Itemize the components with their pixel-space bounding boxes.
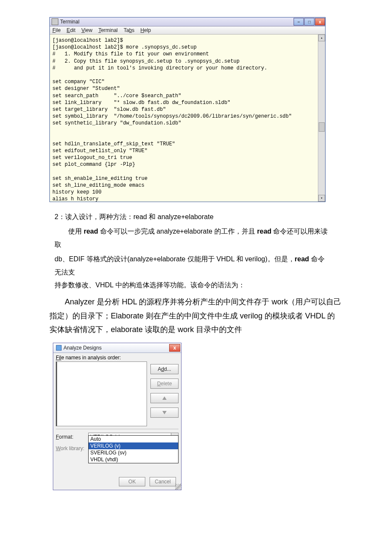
doc-heading: 2：读入设计，两种方法：read 和 analyze+elaborate: [55, 211, 331, 223]
add-button[interactable]: Add...: [150, 364, 179, 374]
terminal-window: Terminal – □ x File Edit View Terminal T…: [49, 17, 326, 202]
scroll-down-icon[interactable]: ▾: [318, 195, 325, 202]
dialog-close-button[interactable]: x: [169, 344, 180, 352]
maximize-button[interactable]: □: [304, 18, 314, 26]
terminal-body[interactable]: [jason@localhost lab2]$ [jason@localhost…: [50, 35, 325, 202]
minimize-button[interactable]: –: [294, 18, 304, 26]
doc-p4: Analyzer 是分析 HDL 的源程序并将分析产生的中间文件存于 work（…: [49, 295, 343, 336]
arrow-down-icon: [162, 410, 167, 415]
file-order-label: File names in analysis order:: [56, 355, 179, 361]
analyze-designs-dialog: Analyze Designs x File names in analysis…: [53, 343, 182, 490]
doc-p3: 持参数修改、VHDL 中的构造体选择等功能。该命令的语法为：: [55, 279, 331, 292]
ok-button[interactable]: OK: [119, 477, 145, 486]
format-dropdown[interactable]: Auto VERILOG (v) SVERILOG (sv) VHDL (vhd…: [88, 435, 179, 463]
move-down-button[interactable]: [150, 408, 179, 418]
worklib-label: Work library:: [56, 445, 88, 451]
terminal-output: [jason@localhost lab2]$ [jason@localhost…: [52, 37, 323, 202]
menu-view[interactable]: View: [81, 27, 92, 33]
dialog-title: Analyze Designs: [63, 345, 101, 351]
terminal-title: Terminal: [60, 19, 79, 25]
svg-marker-2: [162, 411, 167, 414]
resize-grip-icon[interactable]: [175, 484, 181, 490]
close-button[interactable]: x: [315, 18, 325, 26]
terminal-menubar: File Edit View Terminal Tabs Help: [50, 26, 325, 35]
arrow-up-icon: [162, 396, 167, 400]
terminal-scrollbar[interactable]: ▴ ▾: [318, 35, 325, 202]
option-vhdl[interactable]: VHDL (vhdl): [89, 456, 178, 463]
format-label: Format:: [56, 434, 88, 440]
dialog-app-icon: [56, 345, 62, 351]
option-sverilog[interactable]: SVERILOG (sv): [89, 449, 178, 456]
doc-p1: 使用 read 命令可以一步完成 analyze+elaborate 的工作，并…: [55, 225, 331, 251]
delete-button[interactable]: Delete: [150, 379, 179, 389]
scroll-thumb[interactable]: [319, 122, 325, 132]
option-verilog[interactable]: VERILOG (v): [89, 442, 178, 449]
file-list[interactable]: [56, 361, 147, 426]
terminal-titlebar: Terminal – □ x: [50, 17, 325, 26]
menu-edit[interactable]: Edit: [66, 27, 75, 33]
doc-p2: db、EDIF 等格式的设计(analyze+elaborate 仅能用于 VH…: [55, 253, 331, 279]
menu-help[interactable]: Help: [141, 27, 151, 33]
svg-rect-0: [56, 345, 61, 350]
scroll-up-icon[interactable]: ▴: [318, 35, 325, 41]
cancel-button[interactable]: Cancel: [150, 477, 176, 486]
svg-marker-1: [162, 396, 167, 400]
menu-file[interactable]: File: [52, 27, 61, 33]
doc-section: 2：读入设计，两种方法：read 和 analyze+elaborate 使用 …: [55, 211, 331, 292]
menu-tabs[interactable]: Tabs: [124, 27, 134, 33]
move-up-button[interactable]: [150, 393, 179, 403]
dialog-titlebar: Analyze Designs x: [53, 343, 181, 353]
terminal-app-icon: [52, 18, 58, 25]
menu-terminal[interactable]: Terminal: [98, 27, 118, 33]
option-auto[interactable]: Auto: [89, 436, 178, 442]
